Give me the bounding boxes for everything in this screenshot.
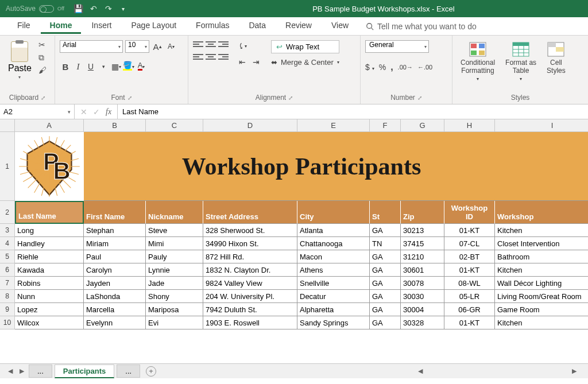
data-cell[interactable]: 01-KT [444, 316, 495, 329]
data-cell[interactable]: Kitchen [495, 316, 588, 329]
data-cell[interactable]: 30601 [401, 263, 444, 277]
tell-me-search[interactable]: Tell me what you want to do [366, 22, 477, 31]
row-header[interactable]: 9 [0, 303, 15, 316]
sheet-nav-next-icon[interactable]: ▶ [17, 367, 26, 375]
data-cell[interactable]: 1832 N. Clayton Dr. [203, 263, 297, 277]
data-cell[interactable]: 30004 [401, 303, 444, 316]
column-header-cell[interactable]: Workshop ID [444, 201, 495, 224]
data-cell[interactable]: Mariposa [146, 303, 203, 316]
fill-color-button[interactable]: 🪣▾ [123, 61, 134, 72]
data-cell[interactable]: Long [15, 224, 84, 237]
new-sheet-button[interactable]: + [146, 366, 156, 377]
name-box-dropdown-icon[interactable]: ▾ [68, 109, 71, 115]
data-cell[interactable]: 01-KT [444, 224, 495, 237]
data-cell[interactable]: 01-KT [444, 263, 495, 277]
data-cell[interactable]: Evelynn [84, 316, 146, 329]
hscroll-right-icon[interactable]: ▶ [572, 367, 577, 375]
data-cell[interactable]: Kawada [15, 263, 84, 277]
data-cell[interactable]: Nunn [15, 290, 84, 303]
data-cell[interactable]: Riehle [15, 250, 84, 263]
comma-format-icon[interactable]: , [390, 62, 393, 72]
autosave-toggle[interactable]: AutoSave Off [6, 5, 64, 13]
save-icon[interactable]: 💾 [75, 5, 83, 13]
data-cell[interactable]: Wall Décor Lighting [495, 277, 588, 290]
row-header[interactable]: 4 [0, 237, 15, 250]
data-cell[interactable]: 30213 [401, 224, 444, 237]
font-dialog-launcher[interactable]: ⤢ [127, 95, 132, 101]
row-header[interactable]: 3 [0, 224, 15, 237]
column-header[interactable]: E [297, 119, 370, 132]
tab-view[interactable]: View [322, 18, 358, 34]
data-cell[interactable]: 05-LR [444, 290, 495, 303]
row-header[interactable]: 6 [0, 263, 15, 277]
data-cell[interactable]: Bathroom [495, 250, 588, 263]
data-cell[interactable]: Steve [146, 224, 203, 237]
data-cell[interactable]: Game Room [495, 303, 588, 316]
data-cell[interactable]: 34990 Hixon St. [203, 237, 297, 250]
accounting-format-icon[interactable]: $ ▾ [365, 63, 374, 72]
data-cell[interactable]: Stephan [84, 224, 146, 237]
data-cell[interactable]: Pauly [146, 250, 203, 263]
data-cell[interactable]: Kitchen [495, 224, 588, 237]
data-cell[interactable]: 328 Sherwood St. [203, 224, 297, 237]
tab-page-layout[interactable]: Page Layout [122, 18, 185, 34]
column-header-cell[interactable]: Zip [401, 201, 444, 224]
data-cell[interactable]: Lynnie [146, 263, 203, 277]
enter-formula-icon[interactable]: ✓ [93, 107, 100, 117]
data-cell[interactable]: Atlanta [297, 224, 370, 237]
tab-home[interactable]: Home [41, 18, 82, 34]
tab-file[interactable]: File [8, 18, 40, 34]
data-cell[interactable]: 872 Hill Rd. [203, 250, 297, 263]
align-bottom-icon[interactable] [218, 40, 229, 48]
column-header-cell[interactable]: City [297, 201, 370, 224]
tab-insert[interactable]: Insert [82, 18, 121, 34]
column-header-cell[interactable]: Street Address [203, 201, 297, 224]
row-header[interactable]: 7 [0, 277, 15, 290]
align-center-icon[interactable] [206, 53, 216, 61]
borders-button[interactable]: ▦▾ [110, 61, 122, 72]
data-cell[interactable]: GA [370, 277, 401, 290]
data-cell[interactable]: GA [370, 263, 401, 277]
align-middle-icon[interactable] [206, 40, 216, 48]
sheet-nav-prev-icon[interactable]: ◀ [6, 367, 15, 375]
data-cell[interactable]: GA [370, 290, 401, 303]
data-cell[interactable]: 07-CL [444, 237, 495, 250]
select-all-corner[interactable] [0, 119, 15, 132]
column-header[interactable]: I [495, 119, 588, 132]
decrease-indent-icon[interactable]: ⇤ [237, 56, 248, 68]
data-cell[interactable]: Marcella [84, 303, 146, 316]
data-cell[interactable]: Robins [15, 277, 84, 290]
cancel-formula-icon[interactable]: ✕ [80, 107, 87, 117]
data-cell[interactable]: 204 W. University Pl. [203, 290, 297, 303]
data-cell[interactable]: 30078 [401, 277, 444, 290]
data-cell[interactable]: Handley [15, 237, 84, 250]
increase-font-icon[interactable]: A▴ [152, 41, 163, 52]
tab-formulas[interactable]: Formulas [187, 18, 238, 34]
data-cell[interactable]: GA [370, 224, 401, 237]
font-color-button[interactable]: A▾ [136, 61, 147, 72]
data-cell[interactable]: 06-GR [444, 303, 495, 316]
data-cell[interactable]: GA [370, 303, 401, 316]
underline-button[interactable]: U [85, 61, 96, 72]
decrease-font-icon[interactable]: A▾ [165, 41, 177, 52]
orientation-icon[interactable]: ⤹▾ [237, 40, 248, 52]
column-header-cell[interactable]: First Name [84, 201, 146, 224]
copy-icon[interactable]: ⧉ [38, 53, 48, 62]
conditional-formatting-button[interactable]: Conditional Formatting▾ [457, 40, 498, 83]
align-right-icon[interactable] [218, 53, 229, 61]
column-header-cell[interactable]: Nickname [146, 201, 203, 224]
column-header[interactable]: D [203, 119, 297, 132]
data-cell[interactable]: Shony [146, 290, 203, 303]
data-cell[interactable]: 9824 Valley View [203, 277, 297, 290]
paste-button[interactable]: Paste ▾ [5, 40, 35, 81]
row-header[interactable]: 1 [0, 132, 15, 201]
wrap-text-button[interactable]: ↩ Wrap Text [271, 40, 339, 53]
data-cell[interactable]: 30030 [401, 290, 444, 303]
worksheet-grid[interactable]: ABCDEFGHI 12345678910 PBWorkshop Partici… [0, 119, 588, 355]
clipboard-dialog-launcher[interactable]: ⤢ [41, 95, 45, 101]
italic-button[interactable]: I [72, 61, 84, 72]
tab-review[interactable]: Review [276, 18, 321, 34]
number-format-select[interactable]: General▾ [365, 40, 429, 53]
hscroll-left-icon[interactable]: ◀ [418, 367, 423, 375]
column-header-cell[interactable]: Workshop [495, 201, 588, 224]
